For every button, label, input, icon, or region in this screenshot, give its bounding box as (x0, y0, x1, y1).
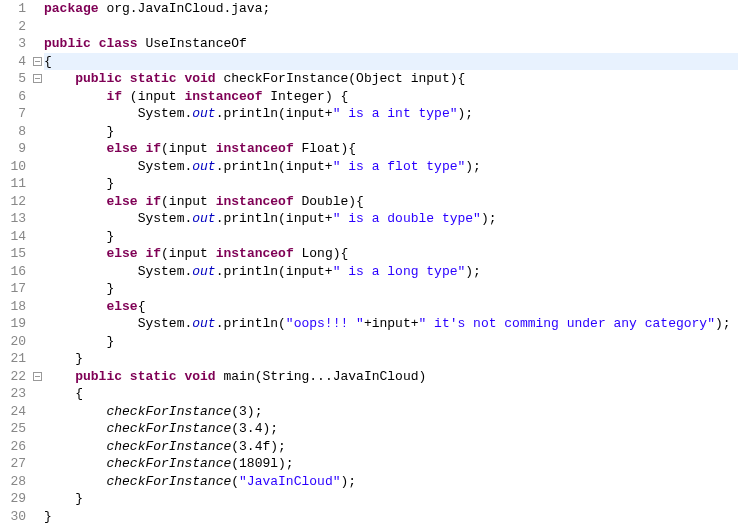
code-token: ); (465, 159, 481, 174)
line-number: 2 (0, 18, 26, 36)
code-token: .println(input+ (216, 211, 333, 226)
code-token: instanceof (216, 141, 294, 156)
indent (44, 159, 138, 174)
indent (44, 491, 75, 506)
code-token: " is a long type" (333, 264, 466, 279)
code-token: ); (715, 316, 731, 331)
code-token: } (106, 281, 114, 296)
code-token: .println(input+ (216, 159, 333, 174)
code-line[interactable]: } (44, 333, 738, 351)
indent (44, 299, 106, 314)
code-token: out (192, 211, 215, 226)
code-line[interactable]: } (44, 280, 738, 298)
code-line[interactable]: System.out.println(input+" is a flot typ… (44, 158, 738, 176)
code-line[interactable]: else if(input instanceof Float){ (44, 140, 738, 158)
code-line[interactable]: } (44, 350, 738, 368)
line-number: 26 (0, 438, 26, 456)
code-token: } (75, 351, 83, 366)
code-token: static (130, 71, 177, 86)
code-token: public (75, 369, 122, 384)
code-line[interactable]: checkForInstance("JavaInCloud"); (44, 473, 738, 491)
line-number: 6 (0, 88, 26, 106)
marker-empty (30, 333, 44, 351)
marker-empty (30, 0, 44, 18)
code-token: } (106, 229, 114, 244)
code-token: } (106, 334, 114, 349)
code-token: } (106, 176, 114, 191)
code-token (91, 36, 99, 51)
code-line[interactable]: package org.JavaInCloud.java; (44, 0, 738, 18)
code-editor[interactable]: 1234567891011121314151617181920212223242… (0, 0, 738, 526)
fold-minus-icon[interactable] (33, 57, 42, 66)
fold-minus-icon[interactable] (33, 372, 42, 381)
code-line[interactable]: checkForInstance(3.4f); (44, 438, 738, 456)
code-token: out (192, 316, 215, 331)
indent (44, 334, 106, 349)
marker-empty (30, 263, 44, 281)
code-token: (input (122, 89, 184, 104)
code-token: } (75, 491, 83, 506)
line-number: 29 (0, 490, 26, 508)
code-line[interactable]: checkForInstance(3.4); (44, 420, 738, 438)
line-number: 30 (0, 508, 26, 526)
indent (44, 106, 138, 121)
code-token: +input+ (364, 316, 419, 331)
code-token: ); (465, 264, 481, 279)
code-token: void (184, 71, 215, 86)
code-line[interactable]: System.out.println("oops!!! "+input+" it… (44, 315, 738, 333)
code-token: if (145, 141, 161, 156)
code-line[interactable]: System.out.println(input+" is a long typ… (44, 263, 738, 281)
code-token: Integer) { (262, 89, 348, 104)
code-line[interactable]: checkForInstance(3); (44, 403, 738, 421)
code-line[interactable]: { (44, 385, 738, 403)
line-number: 13 (0, 210, 26, 228)
code-token: UseInstanceOf (138, 36, 247, 51)
line-number: 14 (0, 228, 26, 246)
code-line[interactable]: checkForInstance(1809l); (44, 455, 738, 473)
marker-empty (30, 245, 44, 263)
code-line[interactable]: { (44, 53, 738, 71)
code-line[interactable]: } (44, 175, 738, 193)
code-token: org.JavaInCloud.java; (99, 1, 271, 16)
indent (44, 124, 106, 139)
code-area[interactable]: package org.JavaInCloud.java;public clas… (44, 0, 738, 526)
marker-empty (30, 105, 44, 123)
line-number: 12 (0, 193, 26, 211)
code-line[interactable]: if (input instanceof Integer) { (44, 88, 738, 106)
code-token: " is a int type" (333, 106, 458, 121)
code-line[interactable]: System.out.println(input+" is a double t… (44, 210, 738, 228)
code-line[interactable]: else if(input instanceof Long){ (44, 245, 738, 263)
code-line[interactable]: } (44, 228, 738, 246)
indent (44, 369, 75, 384)
fold-minus-icon[interactable] (33, 74, 42, 83)
code-token (122, 71, 130, 86)
code-token: (input (161, 246, 216, 261)
fold-toggle[interactable] (30, 70, 44, 88)
code-line[interactable]: public static void checkForInstance(Obje… (44, 70, 738, 88)
line-number: 20 (0, 333, 26, 351)
line-number: 3 (0, 35, 26, 53)
marker-empty (30, 158, 44, 176)
fold-toggle[interactable] (30, 368, 44, 386)
code-token: " is a flot type" (333, 159, 466, 174)
code-line[interactable]: } (44, 123, 738, 141)
fold-toggle[interactable] (30, 53, 44, 71)
indent (44, 264, 138, 279)
code-line[interactable]: public class UseInstanceOf (44, 35, 738, 53)
code-line[interactable]: public static void main(String...JavaInC… (44, 368, 738, 386)
code-line[interactable]: else if(input instanceof Double){ (44, 193, 738, 211)
line-number: 4 (0, 53, 26, 71)
indent (44, 439, 106, 454)
marker-empty (30, 420, 44, 438)
code-line[interactable] (44, 18, 738, 36)
code-line[interactable]: else{ (44, 298, 738, 316)
code-line[interactable]: System.out.println(input+" is a int type… (44, 105, 738, 123)
fold-marker-column (30, 0, 44, 526)
code-token: System. (138, 316, 193, 331)
line-number: 21 (0, 350, 26, 368)
marker-empty (30, 18, 44, 36)
code-token: (input (161, 194, 216, 209)
marker-empty (30, 175, 44, 193)
code-line[interactable]: } (44, 508, 738, 526)
code-line[interactable]: } (44, 490, 738, 508)
